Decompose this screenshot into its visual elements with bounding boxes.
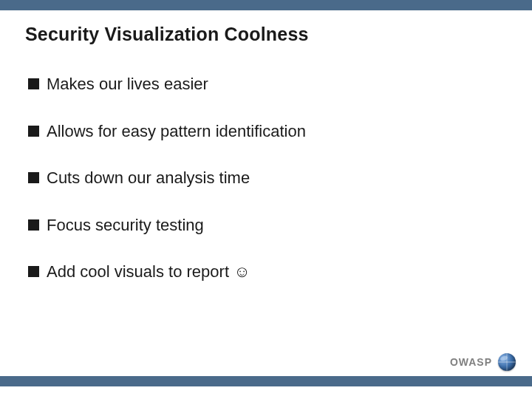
- list-item: Makes our lives easier: [28, 74, 501, 95]
- list-item: Add cool visuals to report ☺: [28, 262, 501, 282]
- list-item: Cuts down our analysis time: [28, 168, 501, 188]
- list-item: Focus security testing: [28, 215, 501, 236]
- top-accent-bar: [0, 0, 532, 10]
- list-item: Allows for easy pattern identification: [28, 121, 501, 142]
- square-bullet-icon: [28, 172, 39, 183]
- footer-logo: OWASP: [450, 353, 516, 371]
- bullet-text: Makes our lives easier: [47, 74, 208, 95]
- bullet-text: Allows for easy pattern identification: [47, 121, 306, 142]
- globe-icon: [498, 353, 516, 371]
- bottom-accent-bar: [0, 376, 532, 386]
- bullet-text: Add cool visuals to report ☺: [47, 262, 250, 282]
- footer-org-text: OWASP: [450, 356, 492, 368]
- bullet-list: Makes our lives easier Allows for easy p…: [28, 74, 501, 309]
- square-bullet-icon: [28, 219, 39, 231]
- bullet-text: Cuts down our analysis time: [47, 168, 250, 188]
- square-bullet-icon: [28, 78, 39, 89]
- square-bullet-icon: [28, 126, 39, 137]
- square-bullet-icon: [28, 266, 39, 277]
- slide-title: Security Visualization Coolness: [25, 24, 309, 45]
- bullet-text: Focus security testing: [47, 215, 204, 236]
